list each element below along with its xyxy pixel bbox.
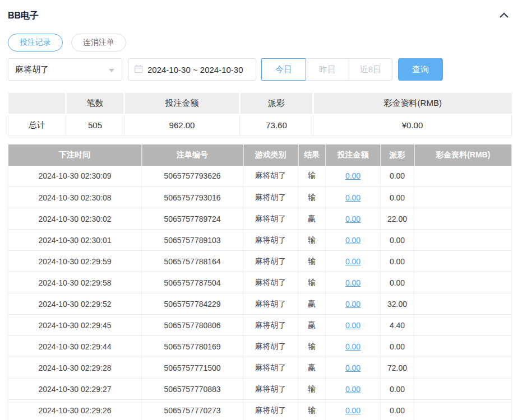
page-title: BB电子	[8, 10, 39, 22]
cell-bet-time: 2024-10-30 02:29:59	[8, 251, 142, 272]
cell-bet-amount: 0.00	[326, 336, 381, 357]
table-row: 2024-10-30 02:30:08 5065757793016 麻将胡了 输…	[8, 187, 512, 208]
cell-game-type: 麻将胡了	[243, 400, 298, 420]
summary-total-label: 总计	[8, 114, 66, 136]
cell-game-type: 麻将胡了	[243, 230, 298, 251]
summary-table: 笔数 投注金额 派彩 彩金资料(RMB) 总计 505 962.00 73.60…	[8, 93, 512, 136]
cell-bet-time: 2024-10-30 02:29:28	[8, 357, 142, 379]
header-bet-time: 下注时间	[8, 144, 142, 166]
cell-bet-time: 2024-10-30 02:29:45	[8, 315, 142, 336]
bet-amount-link[interactable]: 0.00	[345, 300, 361, 309]
cell-bonus	[414, 357, 512, 379]
summary-total-bonus: ¥0.00	[313, 114, 512, 136]
bet-amount-link[interactable]: 0.00	[345, 363, 361, 372]
summary-header-empty	[8, 93, 66, 114]
summary-total-row: 总计 505 962.00 73.60 ¥0.00	[8, 114, 512, 136]
summary-header-bonus: 彩金资料(RMB)	[313, 93, 512, 114]
cell-bet-time: 2024-10-30 02:30:02	[8, 208, 142, 230]
cell-bet-time: 2024-10-30 02:29:26	[8, 400, 142, 420]
header-result: 结果	[298, 144, 326, 166]
header-bet-amount: 投注金额	[326, 144, 381, 166]
summary-total-payout: 73.60	[240, 114, 313, 136]
table-row: 2024-10-30 02:29:52 5065757784229 麻将胡了 赢…	[8, 293, 512, 315]
table-row: 2024-10-30 02:30:01 5065757789103 麻将胡了 输…	[8, 230, 512, 251]
cell-bet-amount: 0.00	[326, 208, 381, 230]
cell-bet-amount: 0.00	[326, 166, 381, 187]
bet-amount-link[interactable]: 0.00	[345, 342, 361, 351]
cell-bet-id: 5065757771500	[142, 357, 243, 379]
summary-total-count: 505	[66, 114, 124, 136]
bet-amount-link[interactable]: 0.00	[345, 193, 361, 202]
cell-bet-id: 5065757780806	[142, 315, 243, 336]
caret-down-icon	[108, 65, 115, 74]
query-button[interactable]: 查询	[398, 58, 443, 81]
cell-payout: 0.00	[381, 230, 414, 251]
cell-bet-amount: 0.00	[326, 187, 381, 208]
header-game-type: 游戏类别	[243, 144, 298, 166]
table-row: 2024-10-30 02:29:45 5065757780806 麻将胡了 赢…	[8, 315, 512, 336]
yesterday-button[interactable]: 昨日	[306, 58, 349, 81]
cell-result: 赢	[298, 208, 326, 230]
cell-bonus	[414, 230, 512, 251]
cell-bonus	[414, 187, 512, 208]
cell-bet-id: 5065757780169	[142, 336, 243, 357]
bet-records-table: 下注时间 注单编号 游戏类别 结果 投注金额 派彩 彩金资料(RMB) 2024…	[8, 144, 512, 420]
cell-result: 输	[298, 272, 326, 293]
bet-amount-link[interactable]: 0.00	[345, 214, 361, 223]
table-row: 2024-10-30 02:29:28 5065757771500 麻将胡了 赢…	[8, 357, 512, 379]
tab-cancelled-bets[interactable]: 连消注单	[71, 34, 126, 52]
cell-bet-amount: 0.00	[326, 357, 381, 379]
date-range-value: 2024-10-30 ~ 2024-10-30	[147, 65, 243, 74]
cell-bet-time: 2024-10-30 02:30:09	[8, 166, 142, 187]
panel-bb-electronics: BB电子 投注记录 连消注单 麻将胡了	[8, 0, 511, 420]
cell-bonus	[414, 208, 512, 230]
bet-amount-link[interactable]: 0.00	[345, 278, 361, 287]
bet-amount-link[interactable]: 0.00	[345, 171, 361, 180]
table-row: 2024-10-30 02:30:09 5065757793626 麻将胡了 输…	[8, 166, 512, 187]
cell-payout: 0.00	[381, 336, 414, 357]
chevron-up-icon	[499, 12, 509, 20]
cell-game-type: 麻将胡了	[243, 315, 298, 336]
cell-game-type: 麻将胡了	[243, 166, 298, 187]
bet-amount-link[interactable]: 0.00	[345, 257, 361, 266]
game-select-value: 麻将胡了	[15, 64, 49, 75]
cell-bet-id: 5065757789724	[142, 208, 243, 230]
cell-payout: 0.00	[381, 379, 414, 400]
cell-bet-amount: 0.00	[326, 251, 381, 272]
cell-bet-time: 2024-10-30 02:29:27	[8, 379, 142, 400]
bet-amount-link[interactable]: 0.00	[345, 406, 361, 415]
cell-bonus	[414, 293, 512, 315]
header-bonus: 彩金资料(RMB)	[414, 144, 512, 166]
bet-amount-link[interactable]: 0.00	[345, 236, 361, 245]
summary-header-bet-amount: 投注金额	[124, 93, 240, 114]
cell-payout: 0.00	[381, 251, 414, 272]
cell-payout: 0.00	[381, 166, 414, 187]
tab-bet-records[interactable]: 投注记录	[8, 34, 63, 52]
quick-date-button-group: 今日 昨日 近8日	[261, 58, 392, 81]
bet-amount-link[interactable]: 0.00	[345, 385, 361, 394]
cell-game-type: 麻将胡了	[243, 293, 298, 315]
tab-label: 连消注单	[83, 38, 114, 48]
cell-result: 输	[298, 400, 326, 420]
game-select[interactable]: 麻将胡了	[8, 58, 122, 81]
cell-result: 赢	[298, 315, 326, 336]
cell-payout: 22.00	[381, 208, 414, 230]
cell-game-type: 麻将胡了	[243, 379, 298, 400]
bet-amount-link[interactable]: 0.00	[345, 321, 361, 330]
cell-game-type: 麻将胡了	[243, 208, 298, 230]
last-8-days-button[interactable]: 近8日	[349, 58, 392, 81]
today-button[interactable]: 今日	[261, 58, 306, 81]
cell-result: 输	[298, 166, 326, 187]
tab-label: 投注记录	[20, 38, 51, 48]
cell-bonus	[414, 251, 512, 272]
cell-bet-time: 2024-10-30 02:29:52	[8, 293, 142, 315]
table-row: 2024-10-30 02:29:27 5065757770883 麻将胡了 输…	[8, 379, 512, 400]
header-payout: 派彩	[381, 144, 414, 166]
date-range-picker[interactable]: 2024-10-30 ~ 2024-10-30	[128, 58, 256, 81]
collapse-panel-button[interactable]	[498, 11, 510, 21]
cell-bonus	[414, 336, 512, 357]
cell-bet-id: 5065757793626	[142, 166, 243, 187]
cell-result: 输	[298, 187, 326, 208]
table-row: 2024-10-30 02:29:26 5065757770273 麻将胡了 输…	[8, 400, 512, 420]
header-bet-id: 注单编号	[142, 144, 243, 166]
